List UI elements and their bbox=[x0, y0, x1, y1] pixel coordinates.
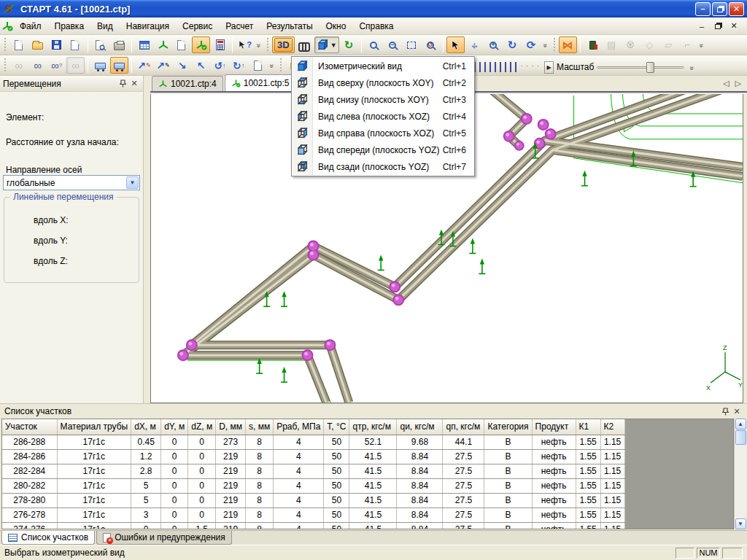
refresh-button[interactable]: ↻ bbox=[340, 36, 358, 53]
table-cell[interactable]: 8 bbox=[245, 449, 273, 464]
toolbar-overflow-chevron[interactable]: » bbox=[255, 37, 263, 53]
table-cell[interactable]: 0 bbox=[188, 464, 216, 478]
table-cell[interactable]: 41.5 bbox=[349, 478, 397, 493]
table-cell[interactable]: 280-282 bbox=[2, 478, 57, 493]
pin-icon[interactable] bbox=[719, 406, 731, 417]
table-cell[interactable]: 1.55 bbox=[576, 464, 600, 478]
table-cell[interactable]: нефть bbox=[532, 464, 576, 478]
new-file-button[interactable] bbox=[9, 36, 28, 53]
table-cell[interactable]: 5 bbox=[131, 493, 161, 508]
mdi-minimize-button[interactable]: – bbox=[696, 21, 708, 31]
table-cell[interactable]: 219 bbox=[216, 478, 246, 493]
table-cell[interactable]: 0 bbox=[161, 493, 188, 508]
rotate-axis-button[interactable]: ↺↑ bbox=[211, 57, 229, 74]
toolbar-overflow-chevron[interactable]: » bbox=[687, 59, 696, 75]
scroll-up-icon[interactable]: ▲ bbox=[735, 419, 746, 429]
table-cell[interactable]: 50 bbox=[324, 478, 349, 493]
table-cell[interactable]: 17г1с bbox=[57, 478, 131, 493]
scale-slider-thumb[interactable] bbox=[646, 62, 654, 73]
table-cell[interactable]: 219 bbox=[216, 449, 246, 464]
table-cell[interactable]: 1.55 bbox=[576, 493, 600, 508]
view-mode-2-button[interactable]: ∞ bbox=[28, 57, 47, 74]
flask-tool-button[interactable]: ◇ bbox=[640, 36, 659, 53]
cart-mode-active-button[interactable] bbox=[110, 57, 128, 74]
menu-service[interactable]: Сервис bbox=[176, 19, 219, 34]
branch-tool-button[interactable]: ⌐ bbox=[678, 36, 697, 53]
table-cell[interactable]: 8 bbox=[245, 493, 273, 508]
view-mode-4-button[interactable]: ∞ bbox=[66, 57, 85, 74]
table-cell[interactable]: 0 bbox=[161, 449, 188, 464]
table-cell[interactable]: 282-284 bbox=[2, 464, 57, 478]
calculator-button[interactable] bbox=[211, 36, 229, 53]
table-cell[interactable]: 1.2 bbox=[131, 449, 161, 464]
table-cell[interactable]: 17г1с bbox=[57, 449, 131, 464]
table-cell[interactable]: 8 bbox=[245, 508, 273, 522]
tab-sections-list[interactable]: Список участков bbox=[1, 531, 95, 545]
column-header[interactable]: dX, м bbox=[131, 419, 161, 435]
rotate-ccw-button[interactable]: ⟳ bbox=[522, 36, 541, 53]
table-cell[interactable]: 27.5 bbox=[443, 522, 484, 529]
table-cell[interactable]: 278-280 bbox=[2, 493, 57, 508]
toolbar-drag-handle[interactable] bbox=[4, 58, 7, 73]
table-cell[interactable]: 8 bbox=[245, 478, 273, 493]
table-row[interactable]: 280-28217г1с500219845041.58.8427.5Внефть… bbox=[2, 478, 624, 493]
menu-help[interactable]: Справка bbox=[352, 19, 400, 34]
table-cell[interactable]: 41.5 bbox=[349, 508, 397, 522]
table-view-button[interactable] bbox=[135, 36, 153, 53]
table-cell[interactable]: 52.1 bbox=[349, 435, 397, 449]
column-header[interactable]: Продукт bbox=[532, 419, 576, 435]
table-cell[interactable]: 0 bbox=[131, 522, 161, 529]
table-row[interactable]: 284-28617г1с1.200219845041.58.8427.5Внеф… bbox=[2, 449, 624, 464]
tab-errors-warnings[interactable]: Ошибки и предупреждения bbox=[96, 531, 232, 545]
view-menu-item[interactable]: Вид снизу (плоскость XOY) Ctrl+3 bbox=[293, 91, 473, 108]
toolbar-overflow-chevron[interactable]: » bbox=[541, 37, 550, 53]
toolbar-drag-handle[interactable] bbox=[279, 58, 282, 73]
table-cell[interactable]: 273 bbox=[216, 435, 246, 449]
column-header[interactable]: К2 bbox=[600, 419, 624, 435]
column-header[interactable]: Рраб, МПа bbox=[274, 419, 324, 435]
check-model-button[interactable]: ✔ bbox=[173, 36, 191, 53]
table-cell[interactable]: 1.15 bbox=[600, 493, 624, 508]
table-cell[interactable]: нефть bbox=[532, 435, 576, 449]
table-cell[interactable]: 8.84 bbox=[397, 464, 443, 478]
hanger-tool-button[interactable]: ♼ bbox=[622, 36, 640, 53]
open-file-button[interactable] bbox=[28, 36, 47, 53]
column-header[interactable]: qп, кгс/м bbox=[443, 419, 484, 435]
zoom-in-button[interactable]: + bbox=[484, 36, 503, 53]
table-cell[interactable]: 4 bbox=[274, 508, 324, 522]
table-cell[interactable]: 17г1с bbox=[57, 508, 131, 522]
table-cell[interactable]: 4 bbox=[274, 478, 324, 493]
close-button[interactable]: ✕ bbox=[729, 2, 744, 16]
toolbar-drag-handle[interactable] bbox=[266, 38, 269, 52]
axes-scheme-button[interactable] bbox=[154, 36, 172, 53]
table-cell[interactable]: 8 bbox=[245, 464, 273, 478]
table-cell[interactable]: нефть bbox=[532, 478, 576, 493]
table-cell[interactable]: 0 bbox=[161, 435, 188, 449]
view-cube-dropdown-button[interactable]: ▼ bbox=[314, 36, 339, 53]
table-cell[interactable]: В bbox=[484, 493, 532, 508]
table-cell[interactable]: 0 bbox=[161, 522, 188, 529]
table-cell[interactable]: 286-288 bbox=[2, 435, 57, 449]
table-cell[interactable]: нефть bbox=[532, 449, 576, 464]
view-menu-item[interactable]: Вид сзади (плоскость YOZ) Ctrl+7 bbox=[293, 158, 473, 175]
table-cell[interactable]: 3 bbox=[131, 508, 161, 522]
table-cell[interactable]: 0 bbox=[188, 493, 216, 508]
table-cell[interactable]: В bbox=[484, 435, 532, 449]
table-cell[interactable]: 2.8 bbox=[131, 464, 161, 478]
table-cell[interactable]: 4 bbox=[274, 449, 324, 464]
view-3d-button[interactable]: 3D bbox=[272, 36, 295, 53]
column-header[interactable]: D, мм bbox=[216, 419, 246, 435]
move-ne-button[interactable]: ↗✎ bbox=[135, 57, 153, 74]
restore-button[interactable] bbox=[712, 2, 727, 16]
doc-tab-1[interactable]: 10021.ctp:4 bbox=[152, 76, 223, 91]
context-help-button[interactable]: ? bbox=[236, 36, 254, 53]
table-cell[interactable]: 50 bbox=[324, 493, 349, 508]
view-menu-item[interactable]: Вид справа (плоскость XOZ) Ctrl+5 bbox=[293, 125, 473, 141]
panel-close-icon[interactable]: ✕ bbox=[731, 406, 743, 417]
table-cell[interactable]: 1.15 bbox=[600, 435, 624, 449]
table-cell[interactable]: 27.5 bbox=[443, 508, 484, 522]
table-cell[interactable]: 274-276 bbox=[2, 522, 57, 529]
table-cell[interactable]: 5 bbox=[131, 478, 161, 493]
table-cell[interactable]: 1.15 bbox=[600, 478, 624, 493]
table-cell[interactable]: нефть bbox=[532, 493, 576, 508]
